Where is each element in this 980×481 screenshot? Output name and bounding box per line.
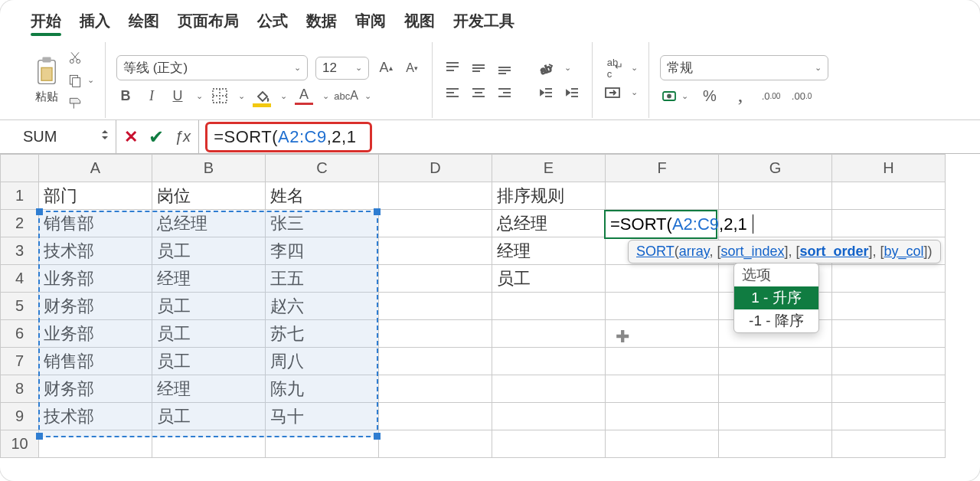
format-painter-button[interactable] <box>67 96 94 111</box>
cell-H1[interactable] <box>832 182 946 210</box>
cell-F8[interactable] <box>606 375 719 403</box>
tab-开始[interactable]: 开始 <box>31 11 61 31</box>
cell-A7[interactable]: 销售部 <box>39 348 152 375</box>
cell-B8[interactable]: 经理 <box>152 375 266 403</box>
increase-decimal-button[interactable]: .0.00 <box>762 87 780 105</box>
cell-G7[interactable] <box>719 348 832 375</box>
font-color-button[interactable]: A <box>295 87 313 105</box>
cell-G9[interactable] <box>719 403 832 430</box>
paste-button[interactable]: 粘贴 <box>34 56 60 104</box>
cell-H6[interactable] <box>832 320 946 348</box>
increase-font-icon[interactable]: A▴ <box>377 59 395 77</box>
row-header-4[interactable]: 4 <box>1 265 39 293</box>
borders-button[interactable] <box>211 87 229 105</box>
sort-order-option[interactable]: 1 - 升序 <box>734 286 818 309</box>
cell-H9[interactable] <box>832 403 946 430</box>
decrease-font-icon[interactable]: A▾ <box>403 59 421 77</box>
column-header-A[interactable]: A <box>39 155 152 182</box>
cell-D10[interactable] <box>379 430 492 458</box>
cell-C10[interactable] <box>266 430 379 458</box>
percent-button[interactable]: % <box>701 87 719 105</box>
cell-D8[interactable] <box>379 375 492 403</box>
column-header-E[interactable]: E <box>492 155 606 182</box>
row-header-2[interactable]: 2 <box>1 210 39 237</box>
row-header-6[interactable]: 6 <box>1 320 39 348</box>
align-center-icon[interactable] <box>469 83 488 102</box>
align-middle-icon[interactable] <box>469 59 488 77</box>
cell-B7[interactable]: 员工 <box>152 348 266 375</box>
formula-input[interactable]: =SORT(A2:C9,2,1 <box>199 120 980 153</box>
currency-button[interactable] <box>660 87 678 105</box>
worksheet[interactable]: ABCDEFGH1部门岗位姓名排序规则2销售部总经理张三总经理3技术部员工李四经… <box>0 154 980 458</box>
tab-绘图[interactable]: 绘图 <box>129 11 159 31</box>
cell-E4[interactable]: 员工 <box>492 265 606 293</box>
column-header-F[interactable]: F <box>606 155 719 182</box>
confirm-edit-button[interactable]: ✔ <box>149 126 164 148</box>
cell-A5[interactable]: 财务部 <box>39 293 152 320</box>
cell-D3[interactable] <box>379 237 492 265</box>
cell-A3[interactable]: 技术部 <box>39 237 152 265</box>
row-header-8[interactable]: 8 <box>1 375 39 403</box>
tab-审阅[interactable]: 审阅 <box>355 11 386 31</box>
cell-G1[interactable] <box>719 182 832 210</box>
cell-D5[interactable] <box>379 293 492 320</box>
tab-插入[interactable]: 插入 <box>80 11 110 31</box>
column-header-B[interactable]: B <box>152 155 266 182</box>
cell-H10[interactable] <box>832 430 946 458</box>
cell-E3[interactable]: 经理 <box>492 237 606 265</box>
function-arguments-tooltip[interactable]: SORT(array, [sort_index], [sort_order], … <box>628 240 941 263</box>
cell-G8[interactable] <box>719 375 832 403</box>
cell-B4[interactable]: 经理 <box>152 265 266 293</box>
fill-color-button[interactable] <box>253 87 271 105</box>
cell-A6[interactable]: 业务部 <box>39 320 152 348</box>
column-header-H[interactable]: H <box>832 155 946 182</box>
cell-B6[interactable]: 员工 <box>152 320 266 348</box>
cell-A2[interactable]: 销售部 <box>39 210 152 237</box>
cell-E5[interactable] <box>492 293 606 320</box>
orientation-button[interactable]: ab <box>537 59 555 77</box>
phonetic-guide-button[interactable]: abcA <box>337 87 355 105</box>
row-header-5[interactable]: 5 <box>1 293 39 320</box>
row-header-10[interactable]: 10 <box>1 430 39 458</box>
cell-H5[interactable] <box>832 293 946 320</box>
cell-C5[interactable]: 赵六 <box>266 293 379 320</box>
align-left-icon[interactable] <box>443 83 462 102</box>
tab-数据[interactable]: 数据 <box>306 11 337 31</box>
row-header-1[interactable]: 1 <box>1 182 39 210</box>
wrap-text-button[interactable]: abc↵ <box>603 59 622 77</box>
increase-indent-icon[interactable] <box>563 83 581 102</box>
align-bottom-icon[interactable] <box>495 59 514 77</box>
cell-E7[interactable] <box>492 348 606 375</box>
cell-E9[interactable] <box>492 403 606 430</box>
comma-button[interactable]: , <box>731 87 750 105</box>
cell-A10[interactable] <box>39 430 152 458</box>
cell-F1[interactable] <box>606 182 719 210</box>
cell-D1[interactable] <box>379 182 492 210</box>
cell-F10[interactable] <box>606 430 719 458</box>
column-header-C[interactable]: C <box>266 155 379 182</box>
cell-C8[interactable]: 陈九 <box>266 375 379 403</box>
cell-D6[interactable] <box>379 320 492 348</box>
cell-A4[interactable]: 业务部 <box>39 265 152 293</box>
cell-C1[interactable]: 姓名 <box>266 182 379 210</box>
cell-C4[interactable]: 王五 <box>266 265 379 293</box>
bold-button[interactable]: B <box>116 87 135 105</box>
italic-button[interactable]: I <box>142 87 161 105</box>
font-size-select[interactable]: 12⌄ <box>315 57 369 80</box>
sort-order-option[interactable]: -1 - 降序 <box>734 309 818 332</box>
column-header-D[interactable]: D <box>379 155 492 182</box>
cell-E1[interactable]: 排序规则 <box>492 182 606 210</box>
cell-H7[interactable] <box>832 348 946 375</box>
cell-B3[interactable]: 员工 <box>152 237 266 265</box>
cell-B9[interactable]: 员工 <box>152 403 266 430</box>
cell-A8[interactable]: 财务部 <box>39 375 152 403</box>
cell-B2[interactable]: 总经理 <box>152 210 266 237</box>
row-header-3[interactable]: 3 <box>1 237 39 265</box>
tab-公式[interactable]: 公式 <box>257 11 288 31</box>
name-box-stepper-icon[interactable] <box>99 127 111 146</box>
font-name-select[interactable]: 等线 (正文)⌄ <box>116 55 308 80</box>
cell-C2[interactable]: 张三 <box>266 210 379 237</box>
cell-E2[interactable]: 总经理 <box>492 210 606 237</box>
tab-开发工具[interactable]: 开发工具 <box>453 11 514 31</box>
decrease-indent-icon[interactable] <box>537 83 555 102</box>
